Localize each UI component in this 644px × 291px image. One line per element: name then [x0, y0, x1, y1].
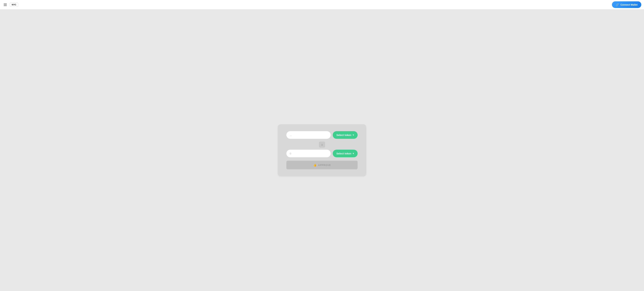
app-header: NYC 🔗 Connect Wallet	[0, 0, 644, 10]
top-token-row: Select token ▾	[286, 131, 358, 139]
select-top-token-button[interactable]: Select token ▾	[333, 131, 358, 139]
brand-label: NYC	[12, 4, 16, 6]
thumbs-up-icon: 👍	[313, 164, 317, 167]
bottom-token-input[interactable]	[286, 150, 331, 157]
select-bottom-token-button[interactable]: Select token ▾	[333, 150, 358, 157]
top-token-input[interactable]	[286, 131, 331, 139]
select-top-token-label: Select token	[336, 134, 351, 136]
header-left: NYC	[3, 2, 18, 7]
brand-badge: NYC	[10, 2, 18, 7]
swap-card: Select token ▾ ↓ Select token ▾ 👍 APPROV…	[278, 124, 366, 176]
hamburger-icon	[4, 4, 7, 6]
main-content: Select token ▾ ↓ Select token ▾ 👍 APPROV…	[0, 10, 644, 291]
chevron-down-icon: ▾	[353, 134, 354, 136]
select-bottom-token-label: Select token	[336, 152, 351, 155]
connect-wallet-label: Connect Wallet	[620, 4, 638, 6]
down-arrow-icon: ↓	[321, 143, 323, 146]
connect-wallet-button[interactable]: 🔗 Connect Wallet	[612, 1, 641, 8]
approve-label: APPROVE	[318, 164, 331, 166]
swap-direction-button[interactable]: ↓	[319, 142, 325, 148]
approve-button[interactable]: 👍 APPROVE	[286, 161, 358, 169]
menu-button[interactable]	[3, 2, 8, 7]
swap-arrow-container: ↓	[286, 142, 358, 148]
chevron-down-icon-2: ▾	[353, 152, 354, 155]
bottom-token-row: Select token ▾	[286, 150, 358, 157]
wallet-icon: 🔗	[616, 3, 619, 6]
